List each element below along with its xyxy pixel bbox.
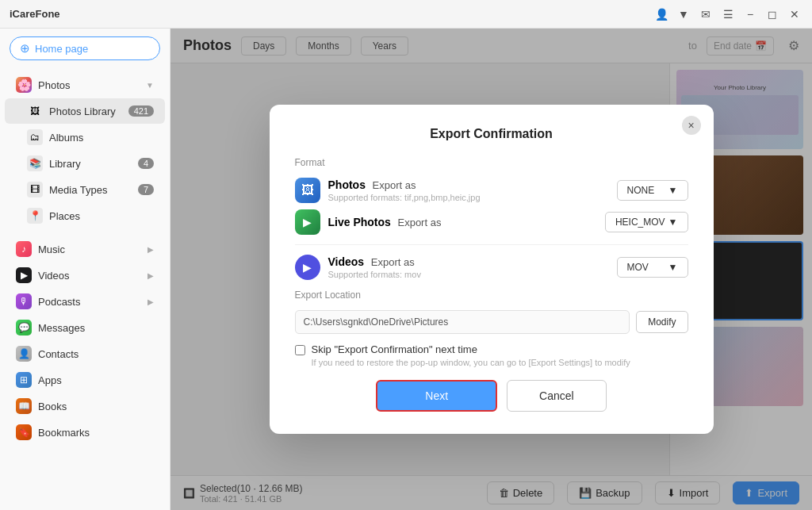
export-location-label: Export Location (295, 290, 688, 301)
videos-chevron-icon: ▶ (147, 271, 154, 280)
photos-library-icon: 🖼 (27, 103, 43, 119)
photos-export-sub: Supported formats: tif,png,bmp,heic,jpg (328, 193, 617, 202)
content-area: Photos Days Months Years to End date 📅 ⚙… (170, 29, 812, 510)
skip-sub: If you need to restore the pop-up window… (312, 358, 630, 367)
skip-label: Skip "Export Confirmation" next time (312, 343, 630, 355)
modal-close-button[interactable]: × (682, 116, 701, 135)
videos-format-value: MOV (627, 262, 649, 273)
home-icon: ⊕ (20, 41, 30, 56)
videos-icon: ▶ (16, 267, 32, 283)
videos-export-name: Videos Export as (328, 255, 617, 268)
media-types-icon: 🎞 (27, 182, 43, 197)
sidebar-item-bookmarks[interactable]: 🔖 Bookmarks (5, 420, 165, 445)
albums-icon: 🗂 (27, 129, 43, 145)
sidebar-label-photos-library: Photos Library (49, 105, 122, 117)
podcasts-icon: 🎙 (16, 293, 32, 309)
home-label: Home page (35, 43, 88, 55)
location-row: C:\Users\sgnkd\OneDrive\Pictures Modify (295, 310, 688, 334)
livephotos-name: Live Photos (328, 216, 391, 228)
sidebar-label-photos: Photos (38, 79, 140, 91)
livephotos-export-as: Export as (397, 217, 441, 228)
sidebar-other-section: ♪ Music ▶ ▶ Videos ▶ 🎙 Podcasts ▶ 💬 Mess… (0, 232, 170, 449)
sidebar-label-apps: Apps (38, 374, 154, 386)
cancel-button[interactable]: Cancel (507, 380, 607, 412)
export-location-section: Export Location C:\Users\sgnkd\OneDrive\… (295, 290, 688, 334)
sidebar-item-photos-library[interactable]: 🖼 Photos Library 421 (5, 98, 165, 124)
main-layout: ⊕ Home page 🌸 Photos ▼ 🖼 Photos Library … (0, 29, 812, 510)
home-button[interactable]: ⊕ Home page (10, 36, 160, 60)
sidebar-item-library[interactable]: 📚 Library 4 (5, 151, 165, 176)
minimize-icon[interactable]: − (742, 6, 758, 22)
library-badge: 4 (138, 158, 154, 169)
videos-export-icon: ▶ (295, 255, 320, 280)
divider-1 (295, 244, 688, 245)
modal-overlay: × Export Confirmation Format 🖼 Photos Ex… (170, 29, 812, 510)
videos-name: Videos (328, 255, 365, 268)
window-controls: 👤 ▼ ✉ ☰ − ◻ ✕ (653, 6, 802, 22)
sidebar-label-library: Library (49, 158, 132, 170)
videos-export-sub: Supported formats: mov (328, 270, 617, 279)
sidebar-label-podcasts: Podcasts (38, 296, 141, 308)
maximize-icon[interactable]: ◻ (764, 6, 780, 22)
photos-format-value: NONE (627, 185, 655, 196)
photos-export-name: Photos Export as (328, 178, 617, 191)
videos-format-btn[interactable]: MOV ▼ (617, 257, 688, 278)
livephotos-format-dropdown[interactable]: HEIC_MOV ▼ (605, 212, 688, 232)
videos-format-dropdown[interactable]: MOV ▼ (617, 257, 688, 278)
message-icon[interactable]: ✉ (698, 6, 714, 22)
photos-export-as: Export as (373, 179, 416, 191)
sidebar-item-messages[interactable]: 💬 Messages (5, 315, 165, 340)
sidebar: ⊕ Home page 🌸 Photos ▼ 🖼 Photos Library … (0, 29, 170, 510)
modal-actions: Next Cancel (295, 380, 688, 412)
messages-icon: 💬 (16, 320, 32, 336)
app-title: iCareFone (10, 8, 60, 20)
close-icon[interactable]: ✕ (787, 6, 802, 22)
sidebar-item-media-types[interactable]: 🎞 Media Types 7 (5, 177, 165, 202)
videos-export-as: Export as (371, 256, 415, 268)
sidebar-label-books: Books (38, 401, 154, 412)
chevron-down-icon: ▼ (146, 81, 154, 90)
livephotos-export-icon: ▶ (295, 209, 320, 235)
export-modal: × Export Confirmation Format 🖼 Photos Ex… (270, 105, 714, 434)
photos-format-dropdown[interactable]: NONE ▼ (617, 180, 688, 201)
videos-chevron-icon: ▼ (668, 262, 678, 273)
sidebar-item-music[interactable]: ♪ Music ▶ (5, 236, 165, 262)
sidebar-item-places[interactable]: 📍 Places (5, 203, 165, 228)
sidebar-label-media-types: Media Types (49, 184, 132, 196)
modify-button[interactable]: Modify (636, 311, 688, 333)
export-path: C:\Users\sgnkd\OneDrive\Pictures (295, 310, 630, 334)
places-icon: 📍 (27, 208, 43, 224)
podcasts-chevron-icon: ▶ (147, 297, 154, 306)
sidebar-item-videos[interactable]: ▶ Videos ▶ (5, 263, 165, 288)
person-icon[interactable]: 👤 (653, 6, 669, 22)
music-icon: ♪ (16, 241, 32, 257)
download-icon[interactable]: ▼ (676, 6, 691, 22)
sidebar-item-contacts[interactable]: 👤 Contacts (5, 341, 165, 366)
contacts-icon: 👤 (16, 346, 32, 362)
livephotos-export-name: Live Photos Export as (328, 216, 605, 228)
sidebar-item-apps[interactable]: ⊞ Apps (5, 367, 165, 393)
next-button[interactable]: Next (376, 380, 497, 412)
photos-export-row: 🖼 Photos Export as Supported formats: ti… (295, 178, 688, 203)
bookmarks-icon: 🔖 (16, 424, 32, 440)
videos-export-info: Videos Export as Supported formats: mov (328, 255, 617, 279)
music-chevron-icon: ▶ (147, 245, 154, 254)
livephotos-chevron-icon: ▼ (668, 217, 678, 228)
sidebar-label-contacts: Contacts (38, 348, 154, 360)
sidebar-item-books[interactable]: 📖 Books (5, 393, 165, 419)
sidebar-item-podcasts[interactable]: 🎙 Podcasts ▶ (5, 289, 165, 314)
photos-chevron-icon: ▼ (668, 185, 678, 196)
photos-export-icon: 🖼 (295, 178, 320, 203)
livephotos-format-btn[interactable]: HEIC_MOV ▼ (605, 212, 688, 232)
library-icon: 📚 (27, 155, 43, 171)
photos-export-info: Photos Export as Supported formats: tif,… (328, 178, 617, 202)
livephotos-format-value: HEIC_MOV (615, 217, 665, 228)
books-icon: 📖 (16, 398, 32, 414)
skip-checkbox-row: Skip "Export Confirmation" next time If … (295, 343, 688, 367)
skip-checkbox[interactable] (295, 345, 305, 355)
photos-format-btn[interactable]: NONE ▼ (617, 180, 688, 201)
sidebar-item-photos[interactable]: 🌸 Photos ▼ (5, 72, 165, 98)
sidebar-item-albums[interactable]: 🗂 Albums (5, 125, 165, 150)
menu-icon[interactable]: ☰ (720, 6, 736, 22)
livephotos-export-row: ▶ Live Photos Export as HEIC_MOV ▼ (295, 209, 688, 235)
